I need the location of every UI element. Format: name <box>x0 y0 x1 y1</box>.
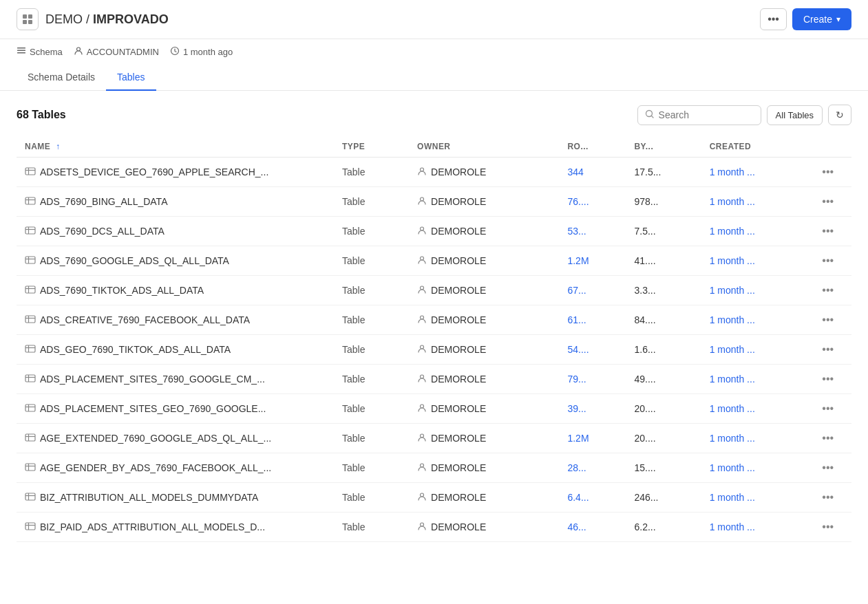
tab-schema-details[interactable]: Schema Details <box>17 65 106 91</box>
cell-owner: DEMOROLE <box>409 365 559 394</box>
table-row-icon <box>25 373 36 386</box>
cell-type: Table <box>334 335 409 365</box>
row-action-button[interactable]: ••• <box>818 371 838 387</box>
search-box[interactable] <box>637 105 761 125</box>
cell-name: ADS_7690_GOOGLE_ADS_QL_ALL_DATA <box>17 246 334 276</box>
table-row-icon <box>25 343 36 356</box>
cell-action[interactable]: ••• <box>809 424 851 453</box>
cell-by: 6.2... <box>626 513 701 542</box>
cell-type: Table <box>334 217 409 246</box>
cell-action[interactable]: ••• <box>809 394 851 424</box>
col-header-name[interactable]: NAME ↑ <box>17 136 334 158</box>
owner-row-icon <box>417 166 427 178</box>
chevron-down-icon: ▾ <box>836 14 840 24</box>
page-header: DEMO / IMPROVADO ••• Create ▾ <box>0 0 868 39</box>
cell-by: 1.6... <box>626 335 701 365</box>
svg-point-53 <box>421 464 424 467</box>
owner-row-icon <box>417 196 427 208</box>
col-header-by: BY... <box>626 136 701 158</box>
cell-action[interactable]: ••• <box>809 513 851 542</box>
row-action-button[interactable]: ••• <box>818 194 838 209</box>
table-row: ADS_CREATIVE_7690_FACEBOOK_ALL_DATA Tabl… <box>17 305 851 335</box>
cell-type: Table <box>334 305 409 335</box>
cell-rows: 76.... <box>559 187 626 217</box>
table-row: ADSETS_DEVICE_GEO_7690_APPLE_SEARCH_... … <box>17 158 851 187</box>
cell-action[interactable]: ••• <box>809 217 851 246</box>
row-action-button[interactable]: ••• <box>818 519 838 535</box>
svg-rect-50 <box>25 464 35 471</box>
table-row: BIZ_ATTRIBUTION_ALL_MODELS_DUMMYDATA Tab… <box>17 483 851 513</box>
svg-rect-3 <box>28 20 32 24</box>
cell-by: 15.... <box>626 453 701 483</box>
all-tables-button[interactable]: All Tables <box>767 105 823 125</box>
table-row-icon <box>25 284 36 297</box>
owner-meta: ACCOUNTADMIN <box>74 46 159 58</box>
cell-action[interactable]: ••• <box>809 158 851 187</box>
cell-by: 41.... <box>626 246 701 276</box>
row-action-button[interactable]: ••• <box>818 312 838 327</box>
row-action-button[interactable]: ••• <box>818 253 838 268</box>
cell-by: 7.5... <box>626 217 701 246</box>
cell-by: 20.... <box>626 424 701 453</box>
header-left: DEMO / IMPROVADO <box>17 8 169 30</box>
row-action-button[interactable]: ••• <box>818 431 838 446</box>
cell-name: ADSETS_DEVICE_GEO_7690_APPLE_SEARCH_... <box>17 158 334 187</box>
tab-tables[interactable]: Tables <box>106 65 156 91</box>
cell-action[interactable]: ••• <box>809 305 851 335</box>
table-row: ADS_7690_DCS_ALL_DATA Table DEMOROLE 53.… <box>17 217 851 246</box>
owner-row-icon <box>417 521 427 533</box>
cell-type: Table <box>334 483 409 513</box>
cell-owner: DEMOROLE <box>409 394 559 424</box>
table-row-icon <box>25 255 36 268</box>
cell-owner: DEMOROLE <box>409 217 559 246</box>
search-input[interactable] <box>659 109 754 120</box>
cell-type: Table <box>334 365 409 394</box>
cell-rows: 344 <box>559 158 626 187</box>
row-action-button[interactable]: ••• <box>818 283 838 298</box>
cell-rows: 6.4... <box>559 483 626 513</box>
cell-action[interactable]: ••• <box>809 187 851 217</box>
cell-action[interactable]: ••• <box>809 335 851 365</box>
svg-point-13 <box>421 168 424 171</box>
svg-rect-6 <box>17 52 25 54</box>
meta-bar: Schema ACCOUNTADMIN 1 month ago <box>0 39 868 65</box>
row-action-button[interactable]: ••• <box>818 164 838 180</box>
svg-point-29 <box>421 286 424 290</box>
row-action-button[interactable]: ••• <box>818 224 838 239</box>
table-row: ADS_GEO_7690_TIKTOK_ADS_ALL_DATA Table D… <box>17 335 851 365</box>
table-row-icon <box>25 462 36 475</box>
cell-created: 1 month ... <box>701 483 810 513</box>
svg-rect-18 <box>25 227 35 234</box>
cell-type: Table <box>334 187 409 217</box>
cell-created: 1 month ... <box>701 453 810 483</box>
svg-rect-2 <box>23 20 27 24</box>
table-row-icon <box>25 432 36 445</box>
cell-action[interactable]: ••• <box>809 246 851 276</box>
more-options-button[interactable]: ••• <box>760 8 787 30</box>
owner-row-icon <box>417 226 427 237</box>
svg-rect-38 <box>25 375 35 382</box>
schema-meta: Schema <box>17 46 63 58</box>
create-button[interactable]: Create ▾ <box>792 8 851 30</box>
cell-action[interactable]: ••• <box>809 276 851 305</box>
cell-action[interactable]: ••• <box>809 365 851 394</box>
row-action-button[interactable]: ••• <box>818 342 838 357</box>
cell-created: 1 month ... <box>701 158 810 187</box>
svg-rect-46 <box>25 434 35 441</box>
tables-table: NAME ↑ TYPE OWNER RO... BY... CREATED AD… <box>17 136 851 542</box>
breadcrumb-bold: IMPROVADO <box>93 12 169 26</box>
cell-action[interactable]: ••• <box>809 483 851 513</box>
table-count: 68 Tables <box>17 109 66 121</box>
row-action-button[interactable]: ••• <box>818 460 838 475</box>
svg-rect-14 <box>25 197 35 204</box>
row-action-button[interactable]: ••• <box>818 401 838 416</box>
table-row: AGE_GENDER_BY_ADS_7690_FACEBOOK_ALL_... … <box>17 453 851 483</box>
create-label: Create <box>803 14 832 25</box>
cell-action[interactable]: ••• <box>809 453 851 483</box>
row-action-button[interactable]: ••• <box>818 490 838 505</box>
cell-name: ADS_CREATIVE_7690_FACEBOOK_ALL_DATA <box>17 305 334 335</box>
refresh-button[interactable]: ↻ <box>828 105 851 125</box>
cell-type: Table <box>334 453 409 483</box>
cell-owner: DEMOROLE <box>409 276 559 305</box>
owner-row-icon <box>417 314 427 326</box>
